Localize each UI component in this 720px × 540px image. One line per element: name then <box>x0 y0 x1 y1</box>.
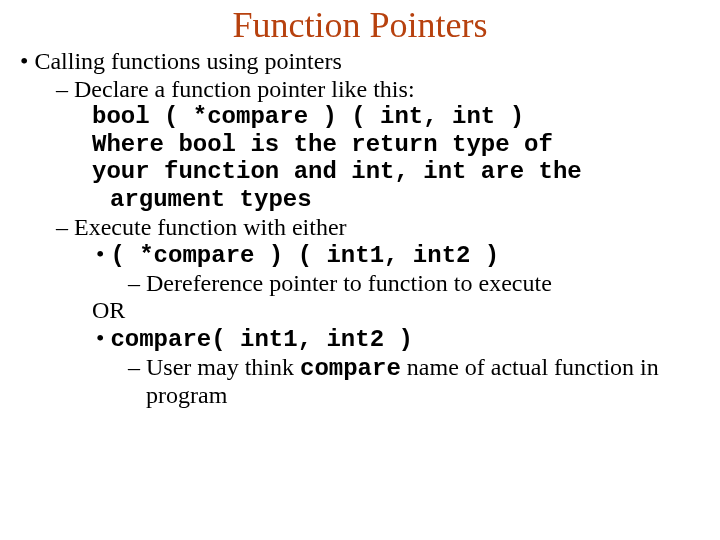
bullet-level2: Execute function with either <box>74 214 700 242</box>
code-call-1: ( *compare ) ( int1, int2 ) <box>110 242 499 269</box>
slide: Function Pointers Calling functions usin… <box>0 0 720 540</box>
note-part-a: User may think <box>146 354 300 380</box>
slide-title: Function Pointers <box>20 4 700 46</box>
code-declaration: bool ( *compare ) ( int, int ) <box>92 103 700 131</box>
code-explanation-line1: Where bool is the return type of <box>92 131 700 159</box>
bullet-level3: compare( int1, int2 ) <box>110 325 700 354</box>
bullet-level2: Declare a function pointer like this: <box>74 76 700 104</box>
bullet-level1: Calling functions using pointers <box>38 48 700 76</box>
bullet-level3: ( *compare ) ( int1, int2 ) <box>110 241 700 270</box>
or-text: OR <box>92 297 700 325</box>
code-call-2: compare( int1, int2 ) <box>110 326 412 353</box>
bullet-level4: Dereference pointer to function to execu… <box>146 270 700 298</box>
slide-body: Calling functions using pointers Declare… <box>20 48 700 410</box>
note-code-word: compare <box>300 355 401 382</box>
code-explanation-line2: your function and int, int are the argum… <box>110 158 700 213</box>
bullet-level4: User may think compare name of actual fu… <box>146 354 700 410</box>
